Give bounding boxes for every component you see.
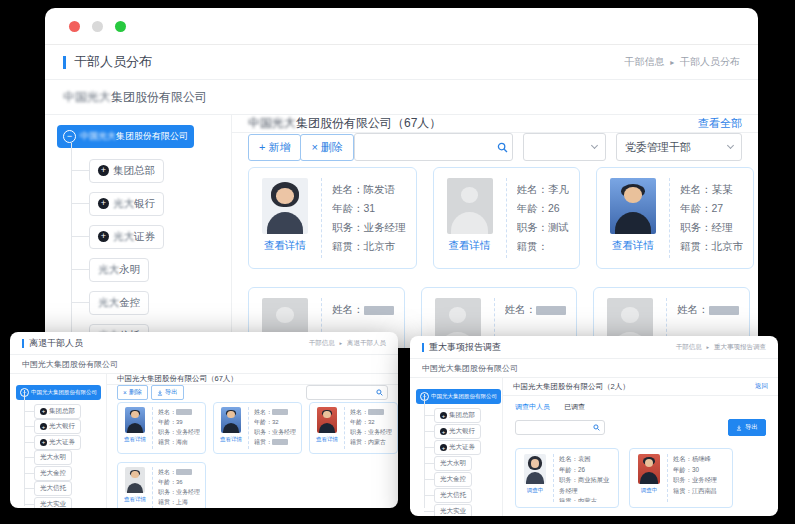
window-zoom-button[interactable]	[115, 21, 126, 32]
tree-node-securities[interactable]: +光大证券	[89, 225, 164, 249]
collapse-icon: −	[63, 130, 76, 143]
cadre-type-select[interactable]: 党委管理干部	[616, 133, 742, 161]
expand-icon[interactable]: +	[440, 412, 447, 419]
tree-node-finholding[interactable]: 光大金控	[89, 291, 149, 315]
chevron-down-icon	[591, 142, 598, 149]
status-badge: 调查中	[527, 487, 544, 494]
person-age: 年龄：26	[517, 199, 570, 218]
window-titlebar	[45, 8, 758, 45]
breadcrumb-parent[interactable]: 干部信息	[624, 56, 664, 67]
tree-node-yongming[interactable]: 光大永明	[34, 450, 72, 465]
view-detail-link[interactable]: 查看详情	[124, 436, 146, 443]
person-fields: 姓名：李凡 年龄：26 职务：测试 籍贯：	[517, 178, 570, 258]
view-detail-link[interactable]: 查看详情	[612, 239, 654, 253]
back-link[interactable]: 返回	[755, 382, 768, 391]
add-button[interactable]: +新增	[248, 134, 301, 161]
export-button[interactable]: 导出	[151, 385, 184, 400]
search-input[interactable]	[516, 421, 604, 434]
view-detail-link[interactable]: 查看详情	[124, 496, 146, 503]
tree-node-yongming[interactable]: 光大永明	[434, 456, 472, 471]
person-age: 年龄：31	[332, 199, 406, 218]
tree-node-trust[interactable]: 光大信托	[34, 481, 72, 496]
company-count-title: 集团股份有限公司（67人）	[296, 116, 441, 130]
company-name-censored: 中国光大	[63, 89, 111, 106]
breadcrumb-parent[interactable]: 干部信息	[309, 339, 335, 346]
toolbar: +新增 ×删除 党委管理干部	[232, 133, 758, 161]
delete-button[interactable]: ×删除	[300, 134, 353, 161]
tab-investigated[interactable]: 已调查	[564, 402, 585, 412]
person-name: 姓名：李凡	[517, 180, 570, 199]
person-job: 职务：测试	[517, 218, 570, 237]
person-name: 姓名：	[158, 407, 200, 417]
person-card: 查看详情 姓名：李凡 年龄：26 职务：测试 籍贯：	[433, 167, 581, 269]
tree-node-finholding[interactable]: 光大金控	[434, 472, 472, 487]
person-card: 查看详情 姓名： 年龄：32 职务：业务经理 籍贯：	[213, 402, 302, 454]
delete-button[interactable]: ×删除	[117, 385, 148, 400]
desktop: 干部人员分布 干部信息 ▸ 干部人员分布 中国光大 集团股份有限公司 − 中国光…	[0, 0, 795, 524]
search-input[interactable]	[355, 134, 512, 160]
status-badge: 调查中	[641, 487, 658, 494]
expand-icon[interactable]: +	[40, 423, 47, 430]
person-fields: 姓名：杨继峰 年龄：30 职务：业务经理 籍贯：江西南昌	[673, 454, 717, 502]
tree-node-securities[interactable]: +光大证券	[434, 440, 481, 455]
export-button[interactable]: 导出	[728, 419, 766, 436]
download-icon	[736, 425, 742, 431]
view-all-link[interactable]: 查看全部	[698, 116, 742, 131]
expand-icon[interactable]: +	[440, 444, 447, 451]
tree-node-bank[interactable]: +光大银行	[34, 419, 81, 434]
main-window: 干部人员分布 干部信息 ▸ 干部人员分布 中国光大 集团股份有限公司 − 中国光…	[45, 8, 758, 348]
tree-node-trust[interactable]: 光大信托	[434, 488, 472, 503]
tree-node-industry[interactable]: 光大实业	[434, 504, 472, 516]
person-origin: 籍贯：	[254, 437, 296, 447]
content-panel: 中国光大集团股份有限公司（67人） ×删除 导出 查看详情	[107, 374, 398, 508]
expand-icon[interactable]: +	[98, 165, 109, 176]
download-icon	[157, 390, 163, 396]
tree-node-securities[interactable]: +光大证券	[34, 435, 81, 450]
view-detail-link[interactable]: 查看详情	[316, 436, 338, 443]
person-origin: 籍贯：海南	[158, 437, 200, 447]
breadcrumb-current: 离退干部人员	[347, 339, 386, 346]
expand-icon[interactable]: +	[98, 198, 109, 209]
person-origin: 籍贯：内蒙古	[350, 437, 392, 447]
tree-root-node[interactable]: − 中国光大集团股份有限公司	[57, 125, 194, 148]
window-body: − 中国光大集团股份有限公司 +集团总部 +光大银行 +光大证券 光大永明 光大…	[45, 115, 758, 348]
tree-item: +光大证券	[45, 220, 231, 253]
censored-name	[364, 306, 394, 315]
search-box	[515, 420, 605, 435]
view-detail-link[interactable]: 查看详情	[449, 239, 491, 253]
breadcrumb: 干部信息 ▸ 干部人员分布	[624, 55, 740, 69]
tree-root-node[interactable]: −中国光大集团股份有限公司	[416, 389, 501, 404]
tree-node-hq[interactable]: +集团总部	[434, 408, 481, 423]
filter-select[interactable]	[523, 133, 606, 161]
person-job: 职务：经理	[680, 218, 743, 237]
tree-root-node[interactable]: −中国光大集团股份有限公司	[16, 385, 101, 400]
view-detail-link[interactable]: 查看详情	[264, 239, 306, 253]
expand-icon[interactable]: +	[440, 428, 447, 435]
tree-node-yongming[interactable]: 光大永明	[89, 258, 149, 282]
expand-icon[interactable]: +	[98, 231, 109, 242]
tree-node-hq[interactable]: +集团总部	[89, 159, 164, 183]
breadcrumb-parent[interactable]: 干部信息	[676, 343, 702, 350]
tree-node-hq[interactable]: +集团总部	[34, 404, 81, 419]
view-detail-link[interactable]: 查看详情	[220, 436, 242, 443]
tree-node-industry[interactable]: 光大实业	[34, 497, 72, 508]
expand-icon[interactable]: +	[40, 408, 47, 415]
censored-name	[536, 306, 566, 315]
person-name: 姓名：	[677, 300, 739, 319]
search-icon[interactable]	[376, 389, 383, 396]
search-icon[interactable]	[497, 142, 508, 153]
tree-node-bank[interactable]: +光大银行	[89, 192, 164, 216]
person-age: 年龄：26	[559, 465, 612, 476]
window-body: −中国光大集团股份有限公司 +集团总部 +光大银行 +光大证券 光大永明 光大金…	[410, 378, 778, 516]
window-close-button[interactable]	[69, 21, 80, 32]
search-icon[interactable]	[593, 424, 600, 431]
tree-node-bank[interactable]: +光大银行	[434, 424, 481, 439]
window-minimize-button[interactable]	[92, 21, 103, 32]
person-card: 查看详情 姓名：陈发语 年龄：31 职务：业务经理 籍贯：北京市	[248, 167, 417, 269]
search-input[interactable]	[307, 386, 387, 399]
tree-node-finholding[interactable]: 光大金控	[34, 466, 72, 481]
breadcrumb-separator-icon: ▸	[707, 344, 710, 350]
person-card-grid: 查看详情 姓名： 年龄：39 职务：业务经理 籍贯：海南 查看详情	[107, 400, 398, 454]
tab-under-investigation[interactable]: 调查中人员	[515, 402, 550, 412]
expand-icon[interactable]: +	[40, 439, 47, 446]
